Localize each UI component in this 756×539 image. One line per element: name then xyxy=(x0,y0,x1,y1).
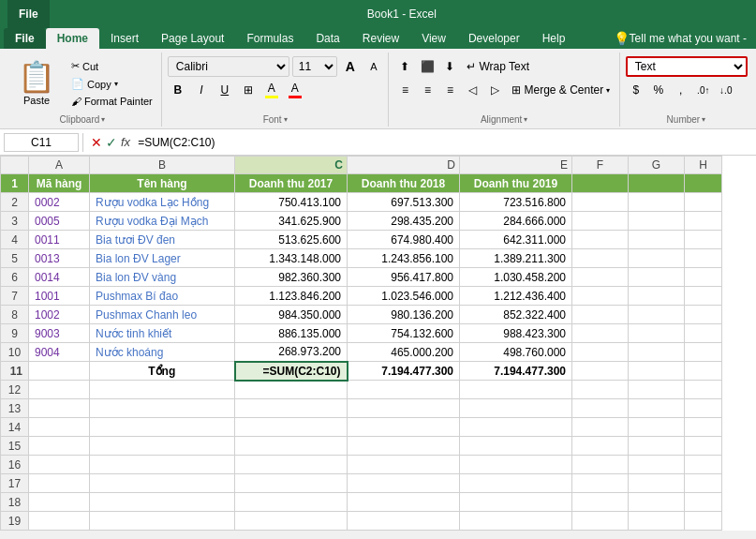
cell-d11[interactable]: 7.194.477.300 xyxy=(348,362,460,381)
cell-a[interactable]: 1002 xyxy=(29,306,90,324)
decrease-font-button[interactable]: A xyxy=(363,56,384,77)
cell-e[interactable]: 642.311.000 xyxy=(460,231,572,249)
cell-b[interactable]: Bia lon ĐV Lager xyxy=(90,249,235,268)
cell-g[interactable] xyxy=(629,343,685,362)
cell-e[interactable]: 988.423.300 xyxy=(460,324,572,343)
tab-home[interactable]: Home xyxy=(46,28,99,49)
row-num[interactable]: 5 xyxy=(1,249,29,268)
row-num[interactable]: 1 xyxy=(1,174,29,193)
tab-page-layout[interactable]: Page Layout xyxy=(150,28,235,49)
indent-decrease-button[interactable]: ◁ xyxy=(462,80,482,100)
cell-e[interactable] xyxy=(460,474,572,493)
cell-g[interactable] xyxy=(629,381,685,399)
cell-e[interactable] xyxy=(460,437,572,456)
cell-f[interactable] xyxy=(572,268,629,287)
indent-increase-button[interactable]: ▷ xyxy=(484,80,505,100)
col-header-b[interactable]: B xyxy=(90,157,235,174)
row-num[interactable]: 14 xyxy=(1,418,29,437)
cell-h[interactable] xyxy=(685,456,722,474)
cell-a[interactable]: 1001 xyxy=(29,287,90,306)
alignment-expand-icon[interactable]: ▾ xyxy=(524,115,527,124)
cell-g[interactable] xyxy=(629,399,685,418)
row-num[interactable]: 16 xyxy=(1,456,29,474)
col-header-a[interactable]: A xyxy=(29,157,90,174)
cell-d[interactable]: 465.000.200 xyxy=(348,343,460,362)
cell-b[interactable] xyxy=(90,456,235,474)
wrap-text-button[interactable]: ↵ Wrap Text xyxy=(462,56,534,77)
cell-e[interactable] xyxy=(460,399,572,418)
col-header-c[interactable]: C xyxy=(235,157,348,174)
cell-e[interactable]: 284.666.000 xyxy=(460,212,572,231)
tab-file[interactable]: File xyxy=(4,28,46,49)
cell-a[interactable]: 0005 xyxy=(29,212,90,231)
cell-b[interactable] xyxy=(90,381,235,399)
row-num[interactable]: 19 xyxy=(1,512,29,531)
cell-h[interactable] xyxy=(685,212,722,231)
cell-b11[interactable]: Tổng xyxy=(90,362,235,381)
cell-d[interactable]: 1.023.546.000 xyxy=(348,287,460,306)
cell-e[interactable] xyxy=(460,456,572,474)
cell-d[interactable]: 1.243.856.100 xyxy=(348,249,460,268)
cell-f[interactable] xyxy=(572,493,629,512)
cell-g[interactable] xyxy=(629,493,685,512)
cell-b[interactable] xyxy=(90,512,235,531)
increase-decimal-button[interactable]: .0↑ xyxy=(693,80,714,100)
cell-h[interactable] xyxy=(685,399,722,418)
row-num[interactable]: 2 xyxy=(1,193,29,212)
cell-g[interactable] xyxy=(629,418,685,437)
cell-c11[interactable]: =SUM(C2:C10) xyxy=(235,362,348,381)
cell-c[interactable]: 750.413.100 xyxy=(235,193,348,212)
cell-c[interactable]: 984.350.000 xyxy=(235,306,348,324)
align-right-button[interactable]: ≡ xyxy=(439,80,460,100)
cell-g[interactable] xyxy=(629,456,685,474)
cell-d1[interactable]: Doanh thu 2018 xyxy=(348,174,460,193)
cell-f[interactable] xyxy=(572,212,629,231)
cell-f[interactable] xyxy=(572,418,629,437)
cell-f[interactable] xyxy=(572,287,629,306)
cell-f[interactable] xyxy=(572,343,629,362)
col-header-h[interactable]: H xyxy=(685,157,722,174)
align-center-button[interactable]: ≡ xyxy=(417,80,437,100)
cell-g[interactable] xyxy=(629,437,685,456)
cell-g[interactable] xyxy=(629,324,685,343)
cut-button[interactable]: ✂ Cut xyxy=(67,58,156,74)
tell-me-text[interactable]: Tell me what you want - xyxy=(630,32,747,45)
cell-h[interactable] xyxy=(685,474,722,493)
cell-g[interactable] xyxy=(629,193,685,212)
cell-d[interactable]: 674.980.400 xyxy=(348,231,460,249)
decrease-decimal-button[interactable]: ↓.0 xyxy=(716,80,736,100)
cell-a1[interactable]: Mã hàng xyxy=(29,174,90,193)
cell-a[interactable]: 0002 xyxy=(29,193,90,212)
cell-e11[interactable]: 7.194.477.300 xyxy=(460,362,572,381)
cell-f[interactable] xyxy=(572,193,629,212)
cell-a[interactable] xyxy=(29,418,90,437)
cell-f[interactable] xyxy=(572,231,629,249)
font-size-select[interactable]: 11 xyxy=(292,56,337,77)
cell-e1[interactable]: Doanh thu 2019 xyxy=(460,174,572,193)
font-expand-icon[interactable]: ▾ xyxy=(284,115,288,124)
col-header-f[interactable]: F xyxy=(572,157,629,174)
file-menu[interactable]: File xyxy=(7,0,50,28)
cell-f[interactable] xyxy=(572,437,629,456)
cell-g[interactable] xyxy=(629,268,685,287)
cell-d[interactable]: 980.136.200 xyxy=(348,306,460,324)
cell-c1[interactable]: Doanh thu 2017 xyxy=(235,174,348,193)
cell-c[interactable]: 886.135.000 xyxy=(235,324,348,343)
cell-b[interactable] xyxy=(90,437,235,456)
cell-a[interactable]: 0013 xyxy=(29,249,90,268)
cell-f[interactable] xyxy=(572,474,629,493)
cell-e[interactable]: 723.516.800 xyxy=(460,193,572,212)
cell-a[interactable] xyxy=(29,512,90,531)
italic-button[interactable]: I xyxy=(191,80,212,100)
col-header-g[interactable]: G xyxy=(629,157,685,174)
cell-h11[interactable] xyxy=(685,362,722,381)
cell-h[interactable] xyxy=(685,306,722,324)
cell-d[interactable] xyxy=(348,474,460,493)
cell-reference-input[interactable] xyxy=(4,133,79,152)
cell-c[interactable]: 513.625.600 xyxy=(235,231,348,249)
cell-h[interactable] xyxy=(685,381,722,399)
cell-e[interactable]: 1.030.458.200 xyxy=(460,268,572,287)
insert-function-icon[interactable]: fx xyxy=(121,135,130,149)
cell-b[interactable]: Pushmax Bí đao xyxy=(90,287,235,306)
cell-g11[interactable] xyxy=(629,362,685,381)
